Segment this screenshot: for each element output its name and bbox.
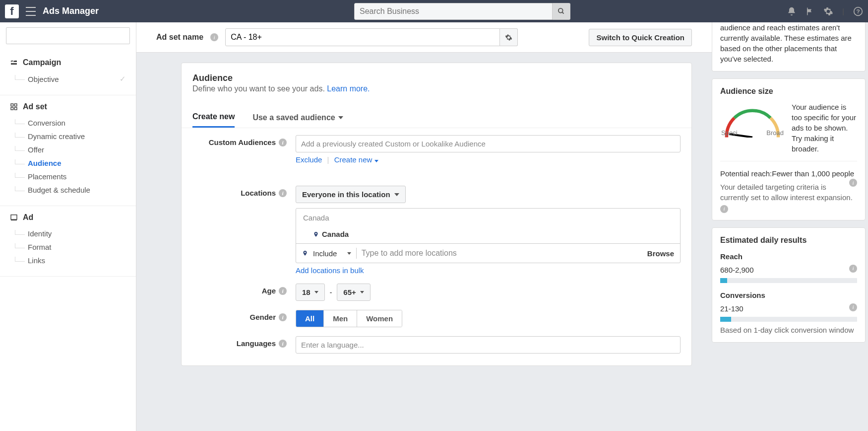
brand-title: Ads Manager bbox=[43, 6, 99, 16]
age-min-dropdown[interactable]: 18 bbox=[296, 284, 325, 301]
conversion-note: Based on 1-day click conversion window bbox=[720, 325, 857, 335]
gender-men-button[interactable]: Men bbox=[324, 310, 357, 327]
flag-icon[interactable] bbox=[806, 7, 814, 16]
info-icon[interactable]: i bbox=[279, 189, 287, 197]
switch-quick-creation-button[interactable]: Switch to Quick Creation bbox=[589, 29, 692, 46]
bell-icon[interactable] bbox=[787, 6, 797, 16]
search-input[interactable] bbox=[354, 3, 553, 20]
check-icon: ✓ bbox=[120, 74, 126, 83]
adset-name-input[interactable] bbox=[225, 28, 500, 46]
daily-results-title: Estimated daily results bbox=[720, 235, 857, 246]
sidebar-heading-ad[interactable]: Ad bbox=[10, 213, 126, 222]
search-icon bbox=[558, 7, 565, 15]
adset-header: Ad set name i Switch to Quick Creation bbox=[136, 22, 712, 53]
sidebar-item-offer[interactable]: Offer bbox=[15, 143, 126, 156]
sidebar-heading-adset[interactable]: Ad set bbox=[10, 102, 126, 111]
audience-title: Audience bbox=[192, 73, 681, 83]
conversions-bar bbox=[720, 317, 857, 322]
tab-saved-audience[interactable]: Use a saved audience bbox=[252, 112, 343, 128]
adset-name-settings[interactable] bbox=[500, 28, 518, 46]
create-new-audience-link[interactable]: Create new bbox=[334, 155, 378, 164]
browse-locations-button[interactable]: Browse bbox=[647, 249, 674, 258]
svg-text:?: ? bbox=[856, 8, 860, 14]
audience-size-title: Audience size bbox=[720, 86, 857, 97]
sidebar: Campaign Objective✓ Ad set Conversion Dy… bbox=[0, 22, 136, 431]
sidebar-item-audience[interactable]: Audience bbox=[15, 156, 126, 170]
info-card-placements: audience and reach estimates aren't curr… bbox=[712, 22, 866, 72]
menu-icon[interactable] bbox=[26, 7, 36, 16]
location-input[interactable] bbox=[356, 248, 642, 259]
audience-size-card: Audience size SpeciBroad Your audience i… bbox=[712, 78, 866, 220]
svg-rect-8 bbox=[11, 215, 17, 219]
gender-label: Gender bbox=[249, 313, 276, 321]
info-icon[interactable]: i bbox=[849, 303, 857, 311]
svg-point-0 bbox=[558, 8, 563, 13]
reach-bar bbox=[720, 278, 857, 283]
age-dash: - bbox=[330, 288, 332, 296]
chevron-down-icon bbox=[360, 291, 364, 293]
sidebar-item-format[interactable]: Format bbox=[15, 240, 126, 254]
conversions-value: 21-130 bbox=[720, 304, 744, 313]
info-icon[interactable]: i bbox=[279, 287, 287, 295]
info-icon[interactable]: i bbox=[849, 265, 857, 273]
learn-more-link[interactable]: Learn more. bbox=[327, 84, 370, 93]
conversions-label: Conversions bbox=[720, 290, 857, 300]
svg-rect-5 bbox=[14, 104, 17, 106]
exclude-link[interactable]: Exclude bbox=[296, 155, 322, 164]
info-icon[interactable]: i bbox=[210, 33, 218, 41]
age-max-dropdown[interactable]: 65+ bbox=[337, 284, 370, 301]
daily-results-card: Estimated daily results Reach 680-2,900i… bbox=[712, 227, 866, 342]
sidebar-item-conversion[interactable]: Conversion bbox=[15, 116, 126, 130]
info-icon[interactable]: i bbox=[720, 205, 728, 213]
tab-create-new[interactable]: Create new bbox=[192, 112, 235, 128]
help-icon[interactable]: ? bbox=[853, 6, 863, 16]
age-label: Age bbox=[262, 287, 276, 295]
facebook-logo[interactable]: f bbox=[5, 4, 19, 18]
reach-label: Reach bbox=[720, 251, 857, 262]
svg-rect-7 bbox=[14, 107, 17, 110]
targeting-criteria-note: Your detailed targeting criteria is curr… bbox=[720, 183, 853, 202]
sidebar-item-placements[interactable]: Placements bbox=[15, 170, 126, 183]
pin-icon bbox=[313, 231, 319, 237]
sidebar-item-budget-schedule[interactable]: Budget & schedule bbox=[15, 183, 126, 197]
audience-subtitle: Define who you want to see your ads. Lea… bbox=[192, 84, 681, 93]
info-icon[interactable]: i bbox=[279, 340, 287, 348]
languages-label: Languages bbox=[237, 339, 276, 348]
chevron-down-icon bbox=[394, 193, 399, 196]
chevron-down-icon bbox=[347, 252, 351, 255]
audience-size-message: Your audience is too specific for your a… bbox=[792, 102, 857, 154]
placements-message: audience and reach estimates aren't curr… bbox=[720, 22, 857, 64]
sidebar-item-identity[interactable]: Identity bbox=[15, 227, 126, 240]
gear-icon bbox=[505, 34, 512, 41]
sidebar-item-links[interactable]: Links bbox=[15, 254, 126, 267]
adset-icon bbox=[10, 103, 18, 111]
location-group-label: Canada bbox=[296, 209, 680, 227]
topbar: f Ads Manager | ? bbox=[0, 0, 868, 22]
location-item-canada[interactable]: Canada bbox=[296, 227, 680, 243]
sidebar-item-dynamic-creative[interactable]: Dynamic creative bbox=[15, 130, 126, 143]
search-button[interactable] bbox=[553, 3, 570, 20]
sidebar-search[interactable] bbox=[6, 27, 130, 44]
gender-all-button[interactable]: All bbox=[296, 310, 324, 327]
sidebar-item-objective[interactable]: Objective✓ bbox=[15, 72, 126, 86]
chevron-down-icon bbox=[338, 116, 343, 119]
sidebar-heading-campaign[interactable]: Campaign bbox=[10, 58, 126, 67]
languages-input[interactable] bbox=[296, 336, 681, 354]
location-scope-dropdown[interactable]: Everyone in this location bbox=[296, 186, 406, 203]
ad-icon bbox=[10, 214, 18, 221]
custom-audiences-input[interactable] bbox=[296, 135, 681, 152]
include-dropdown[interactable]: Include bbox=[313, 249, 351, 258]
svg-line-1 bbox=[562, 12, 563, 13]
gear-icon[interactable] bbox=[823, 6, 833, 16]
audience-card: Audience Define who you want to see your… bbox=[181, 63, 692, 366]
add-locations-bulk-link[interactable]: Add locations in bulk bbox=[296, 266, 364, 275]
chevron-down-icon bbox=[314, 291, 318, 293]
gender-women-button[interactable]: Women bbox=[357, 310, 402, 327]
locations-label: Locations bbox=[241, 189, 276, 197]
svg-rect-4 bbox=[11, 104, 13, 106]
info-icon[interactable]: i bbox=[279, 139, 287, 146]
info-icon[interactable]: i bbox=[279, 313, 287, 321]
gender-button-group: All Men Women bbox=[296, 310, 402, 327]
chevron-down-icon bbox=[374, 160, 378, 162]
pin-icon bbox=[302, 250, 308, 256]
